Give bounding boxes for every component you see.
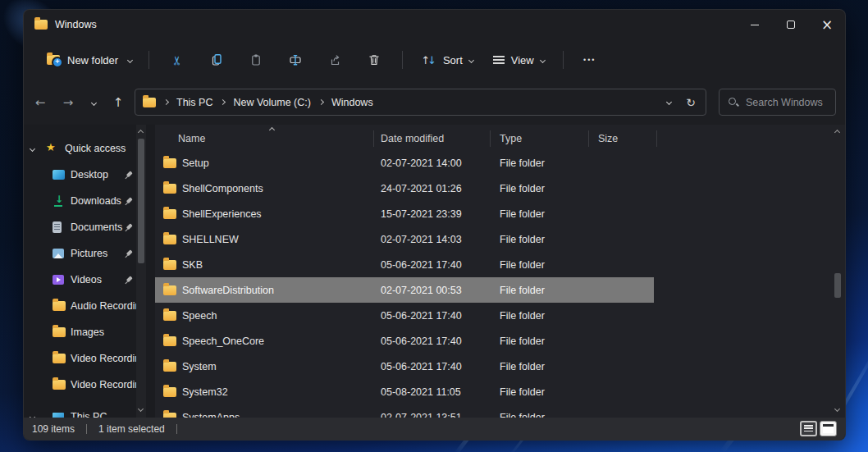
search-box[interactable] (719, 89, 836, 116)
sidebar-item[interactable]: Pictures (24, 240, 136, 267)
delete-button[interactable] (354, 46, 394, 74)
copy-icon (210, 53, 223, 66)
file-name: Setup (182, 158, 209, 169)
details-view-button[interactable] (800, 421, 817, 436)
sidebar-item[interactable]: Audio Recordir (24, 293, 136, 319)
pin-icon (121, 248, 135, 261)
sidebar-scrollbar[interactable] (136, 125, 146, 418)
folder-icon (163, 209, 176, 219)
address-row: This PC New Volume (C:) Windows (24, 80, 845, 125)
file-row[interactable]: ShellComponents 24-07-2021 01:26 File fo… (155, 176, 654, 201)
column-header-size[interactable]: Size (589, 130, 657, 147)
sidebar-item[interactable]: Video Recordin (24, 345, 136, 372)
selection-count: 1 item selected (98, 423, 165, 435)
file-type: File folder (491, 158, 589, 169)
sidebar-item[interactable]: Video Recordin (24, 372, 136, 398)
sidebar-item[interactable]: Desktop (24, 162, 136, 188)
breadcrumb-item[interactable]: This PC (176, 97, 212, 108)
up-button[interactable] (107, 89, 130, 116)
breadcrumb-chevron-icon (318, 99, 324, 105)
address-dropdown-button[interactable] (666, 99, 672, 105)
address-bar[interactable]: This PC New Volume (C:) Windows (135, 89, 706, 116)
window-folder-icon (34, 20, 48, 30)
breadcrumb-item[interactable]: New Volume (C:) (233, 97, 310, 108)
copy-button[interactable] (197, 46, 236, 74)
sidebar-item-label: Downloads (71, 195, 121, 207)
minimize-button[interactable] (737, 10, 773, 39)
file-row[interactable]: SystemApps 02-07-2021 13:51 File folder (155, 404, 654, 418)
file-name: SoftwareDistribution (182, 285, 274, 296)
sidebar-item-quick-access[interactable]: Quick access (24, 135, 136, 162)
rename-icon (289, 53, 302, 66)
paste-button[interactable] (236, 46, 276, 74)
forward-button[interactable] (57, 89, 80, 116)
chevron-down-icon[interactable] (30, 145, 35, 151)
cut-button[interactable] (158, 46, 197, 74)
file-row[interactable]: System32 05-08-2021 11:05 File folder (155, 379, 654, 404)
file-name-cell: SoftwareDistribution (155, 285, 374, 296)
scroll-up-icon[interactable] (834, 130, 840, 135)
toolbar-separator (402, 51, 403, 69)
maximize-button[interactable] (773, 10, 809, 39)
sidebar-item-this-pc[interactable]: This PC (24, 404, 136, 418)
file-name: Speech (182, 310, 217, 322)
sidebar-scrollbar-thumb[interactable] (138, 139, 144, 263)
file-row[interactable]: SHELLNEW 02-07-2021 14:03 File folder (155, 226, 654, 252)
column-header-name[interactable]: Name (155, 130, 374, 147)
file-row[interactable]: ShellExperiences 15-07-2021 23:39 File f… (155, 201, 654, 226)
file-name-cell: Setup (155, 158, 374, 169)
file-row[interactable]: Speech_OneCore 05-06-2021 17:40 File fol… (155, 328, 654, 354)
column-header-type[interactable]: Type (491, 130, 589, 147)
forward-arrow-icon (63, 97, 74, 109)
close-button[interactable] (809, 10, 845, 39)
refresh-button[interactable] (686, 97, 696, 108)
folder-icon (163, 285, 176, 295)
search-input[interactable] (746, 97, 828, 108)
sidebar-item-label: Images (71, 326, 104, 338)
file-rows: Setup 02-07-2021 14:00 File folder Shell… (155, 150, 654, 418)
file-row[interactable]: Speech 05-06-2021 17:40 File folder (155, 303, 654, 328)
delete-icon (368, 53, 381, 66)
sidebar-item[interactable]: Images (24, 319, 136, 345)
file-type: File folder (491, 412, 589, 418)
scroll-down-icon[interactable] (138, 406, 144, 412)
sidebar-item-label: Audio Recordir (71, 300, 136, 312)
sidebar-item[interactable]: Documents (24, 214, 136, 240)
more-options-button[interactable]: ••• (572, 46, 608, 74)
scroll-down-icon[interactable] (834, 406, 840, 412)
window-title: Windows (55, 19, 97, 30)
file-name-cell: System (155, 361, 374, 372)
minimize-icon (751, 25, 759, 25)
share-button[interactable] (315, 46, 354, 74)
file-date-modified: 24-07-2021 01:26 (374, 183, 491, 194)
recent-locations-button[interactable] (84, 89, 103, 116)
status-divider (86, 424, 87, 434)
file-row[interactable]: SoftwareDistribution 02-07-2021 00:53 Fi… (155, 277, 654, 303)
large-icons-view-button[interactable] (820, 421, 837, 436)
list-scrollbar-thumb[interactable] (834, 273, 841, 298)
file-row[interactable]: SKB 05-06-2021 17:40 File folder (155, 252, 654, 277)
back-button[interactable] (29, 89, 52, 116)
rename-button[interactable] (276, 46, 315, 74)
titlebar[interactable]: Windows (24, 10, 845, 39)
file-row[interactable]: Setup 02-07-2021 14:00 File folder (155, 150, 654, 176)
main-area: Quick access Desktop Downloads (24, 125, 845, 418)
folder-icon (163, 387, 176, 397)
file-name: System32 (182, 386, 228, 398)
file-type: File folder (491, 183, 589, 194)
file-date-modified: 05-06-2021 17:40 (374, 361, 491, 372)
breadcrumb-item[interactable]: Windows (331, 97, 373, 108)
column-header-date-modified[interactable]: Date modified (374, 130, 491, 147)
maximize-icon (787, 21, 795, 29)
sidebar-item[interactable]: Downloads (24, 188, 136, 214)
chevron-down-icon (468, 57, 474, 62)
cut-icon (172, 54, 183, 66)
view-button[interactable]: View (483, 46, 555, 74)
sort-button[interactable]: Sort (411, 46, 483, 74)
file-date-modified: 05-08-2021 11:05 (374, 386, 491, 398)
scroll-up-icon[interactable] (138, 130, 144, 135)
sidebar-item[interactable]: Videos (24, 267, 136, 293)
file-row[interactable]: System 05-06-2021 17:40 File folder (155, 354, 654, 379)
new-folder-button[interactable]: New folder (39, 46, 140, 74)
list-scrollbar[interactable] (833, 125, 843, 418)
